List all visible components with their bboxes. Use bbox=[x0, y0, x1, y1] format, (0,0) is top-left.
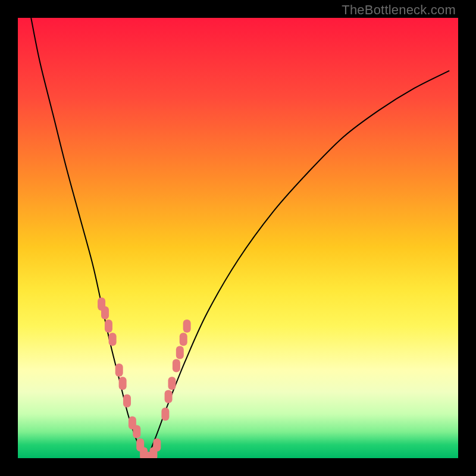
marker-dot bbox=[133, 425, 140, 439]
marker-dot bbox=[173, 359, 180, 372]
marker-dot bbox=[105, 320, 112, 333]
marker-dot bbox=[101, 306, 109, 320]
marker-dot bbox=[115, 364, 123, 377]
marker-dot bbox=[119, 377, 127, 390]
marker-dot bbox=[176, 346, 184, 359]
chart-svg bbox=[18, 18, 458, 458]
marker-dot bbox=[161, 408, 169, 421]
marker-dot bbox=[109, 333, 117, 346]
bottleneck-curve bbox=[31, 18, 449, 458]
marker-dot bbox=[183, 320, 191, 333]
marker-layer bbox=[98, 298, 191, 458]
marker-dot bbox=[165, 390, 173, 403]
plot-area bbox=[18, 18, 458, 458]
marker-dot bbox=[123, 394, 131, 408]
curve-layer bbox=[31, 18, 449, 458]
chart-frame: TheBottleneck.com bbox=[0, 0, 476, 476]
marker-dot bbox=[180, 333, 187, 346]
watermark-text: TheBottleneck.com bbox=[342, 2, 456, 18]
marker-dot bbox=[153, 439, 161, 452]
marker-dot bbox=[168, 377, 176, 390]
